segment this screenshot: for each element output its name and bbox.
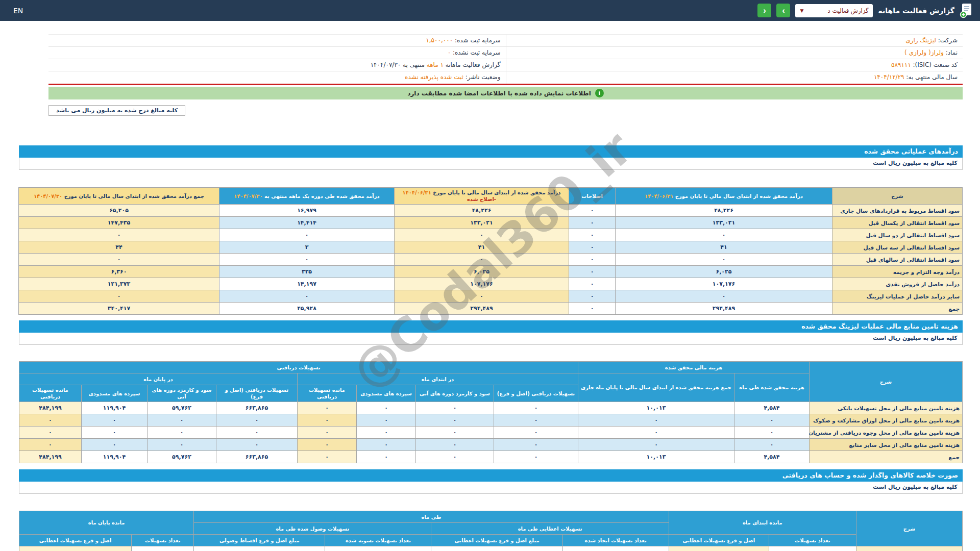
top-bar-right: گزارش فعالیت ماهانه گزارش فعالیت د ▼ › ‹ bbox=[757, 3, 973, 18]
col-desc: شرح bbox=[856, 511, 962, 546]
cell-current-month: ۱۴,۴۱۴ bbox=[219, 217, 395, 229]
cell-begin-future-interest: ۰ bbox=[415, 439, 494, 451]
row-label: جمع bbox=[810, 451, 963, 463]
revenue-header-row: شرح درآمد محقق شده از ابتدای سال مالي تا… bbox=[19, 188, 963, 205]
cell-begin-net-balance: ۰ bbox=[297, 402, 356, 414]
finance-cost-table: شرح هزینه مالی محقق شده تسهیلات دریافتی … bbox=[19, 361, 963, 463]
cell bbox=[562, 546, 669, 551]
info-registered-capital: سرمایه ثبت شده: ۱,۵۰۰,۰۰۰ bbox=[48, 35, 506, 47]
cell-adjustments: ۰ bbox=[569, 217, 616, 229]
cell-cost-month: ۴,۵۸۴ bbox=[734, 451, 810, 463]
col-end-count: تعداد تسهیلات bbox=[132, 535, 194, 546]
cell-adjusted-cumulative: ۰ bbox=[395, 254, 569, 266]
cell-cost-month: ۰ bbox=[734, 439, 810, 451]
cell-begin-principal: ۰ bbox=[494, 451, 578, 463]
report-type-dropdown[interactable]: گزارش فعالیت د ▼ bbox=[795, 4, 873, 17]
cell-begin-blocked-deposits: ۰ bbox=[356, 402, 415, 414]
col-end-net-balance: مانده تسهیلات دریافتی bbox=[19, 385, 81, 402]
cell-end-net-balance: ۰ bbox=[19, 414, 81, 427]
col-current-month: درآمد محقق شده طی دوره یک ماهه منتهی به … bbox=[219, 188, 395, 205]
table-row: سود اقساط مربوط به قراردادهای سال جاری ۴… bbox=[19, 205, 963, 217]
cell-prev-cumulative: ۰ bbox=[616, 254, 832, 266]
cell-total-cumulative: ۳۴۰,۴۱۷ bbox=[19, 303, 219, 315]
finance-header-row-1: شرح هزینه مالی محقق شده تسهیلات دریافتی bbox=[19, 362, 962, 373]
table-row: سایر درآمد حاصل از عملیات لیزینگ ۰ ۰ ۰ ۰… bbox=[19, 290, 963, 303]
table-row: هزینه تامین منابع مالی از محل وجوه دریاف… bbox=[19, 427, 962, 439]
cell-prev-cumulative: ۱۰۷,۱۷۶ bbox=[616, 278, 832, 290]
amounts-note: کلیه مبالغ درج شده به میلیون ریال می باش… bbox=[48, 105, 185, 116]
table-row: هزینه تامین منابع مالی از محل اوراق مشار… bbox=[19, 414, 962, 427]
cell-cost-month: ۴,۵۸۴ bbox=[734, 402, 810, 414]
cell-prev-cumulative: ۱۳۳,۰۲۱ bbox=[616, 217, 832, 229]
info-report-period: گزارش فعالیت ماهانه ۱ ماهه منتهی به ۱۴۰۴… bbox=[48, 59, 506, 71]
col-adjusted-cumulative: درآمد محقق شده از ابتدای سال مالی تا پای… bbox=[395, 188, 569, 205]
header-date: ۱۴۰۴/۰۶/۳۱ bbox=[403, 190, 431, 195]
col-cost-total: جمع هزینه محقق شده از ابتدای سال مالی تا… bbox=[578, 373, 734, 402]
table-row: سود اقساط انتقالی از سالهای قبل ۰ ۰ ۰ ۰ … bbox=[19, 254, 963, 266]
language-toggle[interactable]: EN bbox=[13, 7, 23, 15]
revenue-table: شرح درآمد محقق شده از ابتدای سال مالي تا… bbox=[18, 187, 963, 315]
cell-cost-total: ۰ bbox=[578, 414, 734, 427]
col-adjustments: اصلاحات bbox=[569, 188, 616, 205]
signed-data-notice-text: اطلاعات نمایش داده شده با اطلاعات امضا ش… bbox=[407, 90, 591, 97]
cell-end-blocked-deposits: ۰ bbox=[81, 414, 147, 427]
cell-adjustments: ۰ bbox=[569, 241, 616, 254]
company-link[interactable]: لیزینگ رازی bbox=[905, 37, 936, 44]
cell-begin-future-interest: ۰ bbox=[415, 402, 494, 414]
col-end-principal-interest: اصل و فرع تسهیلات اعطایی bbox=[19, 535, 132, 546]
cell-begin-net-balance: ۰ bbox=[297, 439, 356, 451]
group-realized-cost: هزینه مالی محقق شده bbox=[578, 362, 809, 373]
row-label: سود اقساط انتقالی از دو سال قبل bbox=[832, 229, 963, 241]
cell bbox=[194, 546, 325, 551]
section-goods-summary: صورت خلاصه کالاهای واگذار شده و حساب های… bbox=[19, 469, 963, 551]
cell-prev-cumulative: ۴۱ bbox=[616, 241, 832, 254]
cell-total-cumulative: ۴۴ bbox=[19, 241, 219, 254]
col-created-count: تعداد تسهیلات ایجاد شده bbox=[562, 535, 669, 546]
company-info-table: شرکت: لیزینگ رازی سرمایه ثبت شده: ۱,۵۰۰,… bbox=[48, 34, 963, 85]
cell-end-blocked-deposits: ۰ bbox=[81, 439, 147, 451]
table-row: سود اقساط انتقالی از دو سال قبل ۰ ۰ ۰ ۰ … bbox=[19, 229, 963, 241]
signed-data-notice: i اطلاعات نمایش داده شده با اطلاعات امضا… bbox=[48, 87, 963, 99]
cell-prev-cumulative: ۰ bbox=[616, 290, 832, 303]
row-label: هزینه تامین منابع مالی از محل تسهیلات با… bbox=[810, 402, 963, 414]
group-collected-facilities: تسهیلات وصول شده طی ماه bbox=[194, 523, 431, 535]
cell-end-future-interest: ۵۹,۷۶۲ bbox=[147, 451, 216, 463]
group-begin-balance: مانده ابتدای ماه bbox=[669, 511, 856, 535]
col-collected-amount: مبلغ اصل و فرع اقساط وصولی bbox=[194, 535, 325, 546]
prev-report-button[interactable]: ‹ bbox=[757, 4, 771, 17]
cell-adjusted-cumulative: ۱۳۳,۰۲۱ bbox=[395, 217, 569, 229]
amounts-note-row: کلیه مبالغ درج شده به میلیون ریال می باش… bbox=[48, 105, 963, 116]
cell-total-cumulative: ۰ bbox=[19, 229, 219, 241]
cell-adjusted-cumulative: ۱۰۷,۱۷۶ bbox=[395, 278, 569, 290]
group-begin-of-month: در ابتدای ماه bbox=[297, 373, 578, 385]
table-row: جمع ۴,۵۸۴ ۱۰,۰۱۳ ۰ ۰ ۰ ۰ ۶۶۳,۸۶۵ ۵۹,۷۶۲ … bbox=[19, 451, 962, 463]
cell-begin-future-interest: ۰ bbox=[415, 427, 494, 439]
cell-current-month: ۳ bbox=[219, 241, 395, 254]
table-row-partial bbox=[19, 546, 963, 551]
cell-cost-total: ۰ bbox=[578, 439, 734, 451]
main-content: درآمدهای عملیاتی محقق شده کلیه مبالغ به … bbox=[19, 145, 963, 551]
cell-prev-cumulative: ۴۸,۲۲۶ bbox=[616, 205, 832, 217]
col-begin-blocked-deposits: سپرده های مسدودی bbox=[356, 385, 415, 402]
cell-adjustments: ۰ bbox=[569, 303, 616, 315]
symbol-link[interactable]: ولراز( ولرازي ) bbox=[904, 49, 944, 56]
goods-table-body bbox=[19, 546, 963, 551]
cell bbox=[325, 546, 431, 551]
cell-adjustments: ۰ bbox=[569, 254, 616, 266]
row-label: جمع bbox=[832, 303, 963, 315]
next-report-button[interactable]: › bbox=[776, 4, 790, 17]
cell-begin-principal: ۰ bbox=[494, 402, 578, 414]
cell-adjustments: ۰ bbox=[569, 290, 616, 303]
goods-header-row-1: شرح مانده ابتدای ماه طی ماه مانده پایان … bbox=[19, 511, 963, 523]
cell-end-blocked-deposits: ۱۱۹,۹۰۴ bbox=[81, 402, 147, 414]
table-row: هزینه تامین منابع مالی از محل تسهیلات با… bbox=[19, 402, 962, 414]
cell-cost-month: ۰ bbox=[734, 427, 810, 439]
goods-header-row-3: تعداد تسهیلات اصل و فرع تسهیلات اعطایی ت… bbox=[19, 535, 963, 546]
info-publisher-status: وضعیت ناشر: ثبت شده پذیرفته نشده bbox=[48, 71, 506, 84]
table-row: درآمد وجه التزام و جریمه ۶,۰۲۵ ۰ ۶,۰۲۵ ۳… bbox=[19, 266, 963, 278]
group-received-facilities: تسهیلات دریافتی bbox=[19, 362, 578, 373]
section-operating-revenue: درآمدهای عملیاتی محقق شده کلیه مبالغ به … bbox=[19, 145, 963, 315]
info-company: شرکت: لیزینگ رازی bbox=[506, 35, 963, 47]
cell-adjusted-cumulative: ۴۱ bbox=[395, 241, 569, 254]
col-begin-net-balance: مانده تسهیلات دریافتی bbox=[297, 385, 356, 402]
